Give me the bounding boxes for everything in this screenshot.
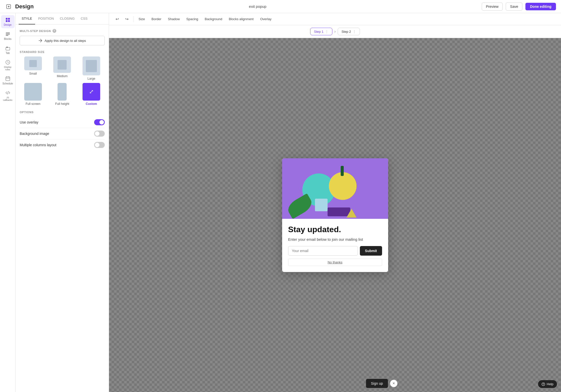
bottom-bar: Sign up × — [366, 379, 397, 388]
size-label-fullscreen: Full screen — [25, 102, 40, 106]
popup-subtitle: Enter your email below to join our maili… — [288, 237, 382, 242]
done-editing-button[interactable]: Done editing — [525, 3, 556, 10]
size-option-fullscreen[interactable]: Full screen — [20, 83, 46, 106]
toolbar-size-button[interactable]: Size — [136, 16, 147, 22]
svg-rect-3 — [6, 20, 8, 22]
toolbar-overlay-button[interactable]: Overlay — [258, 16, 274, 22]
svg-rect-7 — [6, 35, 8, 36]
size-option-medium[interactable]: Medium — [49, 56, 76, 80]
signup-button[interactable]: Sign up — [366, 379, 388, 388]
sidebar-item-design[interactable]: Design — [1, 15, 15, 28]
page-title: Design — [15, 3, 34, 10]
document-name: exit popup — [249, 4, 266, 9]
tab-closing[interactable]: CLOSING — [57, 13, 78, 24]
canvas-area: ↩ ↪ Size Border Shadow Spacing Backgroun… — [109, 13, 561, 392]
panel-tabs: STYLE POSITION CLOSING CSS — [16, 13, 109, 24]
submit-button[interactable]: Submit — [360, 246, 382, 256]
apply-all-button[interactable]: Apply this design to all steps — [20, 36, 105, 45]
svg-rect-6 — [6, 34, 10, 35]
popup-form: Submit — [288, 246, 382, 256]
step-2-more-icon[interactable]: ⋮ — [353, 29, 356, 34]
option-row-overlay: Use overlay — [20, 117, 105, 128]
canvas-background: Stay updated. Enter your email below to … — [109, 38, 561, 392]
size-box-fullscreen — [24, 83, 42, 101]
save-button[interactable]: Save — [506, 3, 522, 11]
size-option-custom[interactable]: ⤢ Custom — [78, 83, 105, 106]
sidebar-label-blocks: Blocks — [4, 38, 11, 40]
svg-rect-5 — [6, 33, 10, 33]
canvas-toolbar: ↩ ↪ Size Border Shadow Spacing Backgroun… — [109, 13, 561, 25]
option-label-bg-image: Background image — [20, 132, 49, 136]
email-input[interactable] — [288, 246, 358, 256]
sidebar-item-schedule[interactable]: Schedule — [1, 74, 15, 87]
redo-button[interactable]: ↪ — [123, 15, 131, 23]
popup-title: Stay updated. — [288, 225, 382, 234]
size-box-small — [24, 56, 42, 70]
sidebar-label-display-rules: Display rules — [2, 66, 14, 71]
icon-sidebar: Design Blocks Tab Display rules — [0, 13, 16, 392]
svg-rect-2 — [8, 18, 10, 20]
option-row-bg-image: Background image — [20, 128, 105, 139]
help-label: Help — [547, 382, 553, 386]
tab-style[interactable]: STYLE — [19, 13, 35, 24]
toolbar-shadow-button[interactable]: Shadow — [165, 16, 182, 22]
option-label-columns: Multiple columns layout — [20, 143, 57, 147]
toggle-overlay[interactable] — [94, 119, 105, 125]
toggle-columns[interactable] — [94, 142, 105, 148]
size-label-fullheight: Full height — [55, 102, 69, 106]
toggle-bg-image[interactable] — [94, 131, 105, 137]
no-thanks-link[interactable]: No thanks — [288, 259, 382, 266]
settings-panel: STYLE POSITION CLOSING CSS MULTI-STEP DE… — [16, 13, 109, 392]
step-2-button[interactable]: Step 2 ⋮ — [338, 28, 360, 35]
topbar-left: Design — [5, 3, 34, 10]
shape-plant-stem — [341, 166, 344, 176]
sidebar-label-tab: Tab — [6, 52, 10, 54]
sidebar-label-callbacks: JS callbacks — [2, 96, 14, 101]
step-1-button[interactable]: Step 1 ⋮ — [310, 28, 332, 35]
sidebar-label-schedule: Schedule — [3, 82, 13, 85]
shape-triangle — [346, 209, 357, 218]
back-icon[interactable] — [5, 3, 12, 10]
size-box-fullheight-wrapper — [53, 83, 71, 101]
toolbar-border-button[interactable]: Border — [149, 16, 164, 22]
svg-rect-8 — [6, 47, 10, 50]
sidebar-item-display-rules[interactable]: Display rules — [1, 57, 15, 73]
size-label-large: Large — [88, 77, 95, 80]
panel-content: MULTI-STEP DESIGN ? Apply this design to… — [16, 24, 109, 155]
size-box-large — [83, 56, 100, 75]
toolbar-background-button[interactable]: Background — [202, 16, 225, 22]
size-label-small: Small — [29, 72, 37, 75]
svg-rect-9 — [6, 47, 8, 48]
option-row-columns: Multiple columns layout — [20, 139, 105, 150]
undo-button[interactable]: ↩ — [113, 15, 121, 23]
toolbar-blocks-alignment-button[interactable]: Blocks alignment — [226, 16, 256, 22]
toggle-thumb-columns — [95, 143, 99, 147]
toolbar-divider — [133, 16, 133, 22]
sidebar-item-callbacks[interactable]: JS callbacks — [1, 88, 15, 103]
options-section-label: OPTIONS — [20, 111, 105, 114]
tab-position[interactable]: POSITION — [35, 13, 57, 24]
shape-yellow-ball — [329, 172, 357, 200]
size-option-small[interactable]: Small — [20, 56, 46, 80]
sidebar-item-blocks[interactable]: Blocks — [1, 29, 15, 42]
size-box-fullheight — [58, 83, 67, 101]
multi-step-section-label: MULTI-STEP DESIGN ? — [20, 29, 105, 33]
svg-rect-4 — [8, 20, 10, 22]
sidebar-item-tab[interactable]: Tab — [1, 43, 15, 56]
toolbar-spacing-button[interactable]: Spacing — [184, 16, 201, 22]
size-option-fullheight[interactable]: Full height — [49, 83, 76, 106]
topbar: Design exit popup Preview Save Done edit… — [0, 0, 561, 13]
size-label-custom: Custom — [86, 102, 97, 106]
standard-size-section-label: STANDARD SIZE — [20, 50, 105, 53]
size-box-medium — [53, 56, 71, 73]
size-box-custom: ⤢ — [83, 83, 100, 101]
preview-button[interactable]: Preview — [482, 3, 503, 11]
step-1-more-icon[interactable]: ⋮ — [325, 29, 329, 34]
tab-css[interactable]: CSS — [78, 13, 91, 24]
help-button[interactable]: Help — [538, 380, 557, 388]
close-button[interactable]: × — [390, 380, 397, 387]
steps-arrow-icon: › — [334, 29, 336, 34]
size-option-large[interactable]: Large — [78, 56, 105, 80]
step-1-label: Step 1 — [314, 30, 324, 34]
svg-rect-1 — [6, 18, 8, 20]
